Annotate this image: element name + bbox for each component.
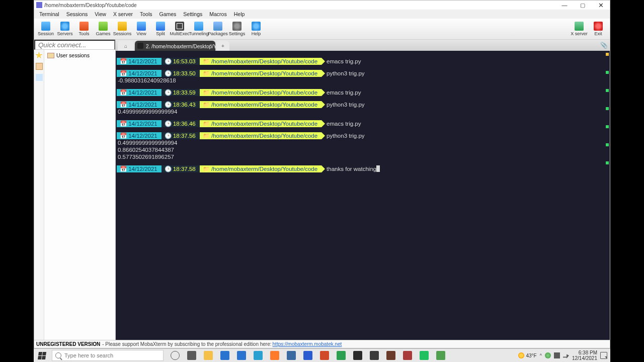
tools-tab-icon[interactable] xyxy=(36,74,43,81)
cortana-icon[interactable] xyxy=(167,349,183,363)
split-button[interactable]: Split xyxy=(151,21,170,37)
volume-icon[interactable] xyxy=(563,352,569,358)
settings-icon xyxy=(232,22,242,31)
folder-icon xyxy=(47,53,54,58)
multiexec-icon xyxy=(175,22,184,31)
cursor xyxy=(376,165,380,172)
menu-macros[interactable]: Macros xyxy=(206,11,229,18)
settings-button[interactable]: Settings xyxy=(227,21,247,37)
app-icon-1[interactable] xyxy=(283,349,299,363)
tunneling-button[interactable]: Tunneling xyxy=(189,21,208,37)
weather-temp: 43°F xyxy=(526,353,536,358)
taskbar-apps xyxy=(167,349,449,363)
powerpoint-icon[interactable] xyxy=(316,349,333,363)
prompt-line: 📅 14/12/2021🕒 18:37.56📁 /home/mobaxterm/… xyxy=(117,132,609,139)
search-icon xyxy=(55,352,61,358)
games-button[interactable]: Games xyxy=(94,21,113,37)
network-icon[interactable] xyxy=(554,352,560,358)
terminal-tab[interactable]: 2. /home/mobaxterm/Desktop/Yo… × xyxy=(135,41,215,51)
sessions-tab-icon[interactable] xyxy=(36,63,43,70)
tab-bar: ⌂ 2. /home/mobaxterm/Desktop/Yo… × + 📎 xyxy=(116,40,610,51)
terminal-tab-icon xyxy=(137,43,143,49)
taskbar-search[interactable]: Type here to search xyxy=(52,350,164,361)
tools-button[interactable]: Tools xyxy=(74,21,94,37)
minimize-button[interactable]: — xyxy=(555,1,574,10)
packages-button[interactable]: Packages xyxy=(208,21,227,37)
session-button[interactable]: Session xyxy=(36,21,55,37)
home-icon: ⌂ xyxy=(124,43,127,49)
titlebar[interactable]: /home/mobaxterm/Desktop/Youtube/code — ▢… xyxy=(34,1,610,10)
prompt-line: 📅 14/12/2021🕒 18:36.46📁 /home/mobaxterm/… xyxy=(117,120,609,127)
mail-icon[interactable] xyxy=(233,349,250,363)
close-button[interactable]: ✕ xyxy=(592,1,610,10)
exit-button[interactable]: Exit xyxy=(589,21,608,37)
taskbar-clock[interactable]: 6:38 PM 12/14/2021 xyxy=(572,350,597,361)
new-tab-button[interactable]: + xyxy=(216,41,229,51)
word-icon[interactable] xyxy=(299,349,316,363)
tray-overflow-icon[interactable]: ^ xyxy=(540,353,542,358)
store-icon[interactable] xyxy=(216,349,233,363)
quick-connect-input[interactable] xyxy=(34,40,115,50)
home-tab[interactable]: ⌂ xyxy=(118,41,134,51)
maximize-button[interactable]: ▢ xyxy=(574,1,592,10)
status-text: - Please support MobaXterm by subscribin… xyxy=(102,341,271,347)
command-text: emacs trig.py xyxy=(327,58,361,65)
status-badge: UNREGISTERED VERSION xyxy=(36,341,100,347)
onedrive-icon[interactable] xyxy=(545,352,551,358)
plus-icon: + xyxy=(221,43,224,49)
session-icon xyxy=(41,22,50,31)
sidebar: User sessions xyxy=(34,40,116,340)
menu-x-server[interactable]: X server xyxy=(110,11,136,18)
windows-taskbar: Type here to search 43°F ^ 6:38 PM 12/14… xyxy=(34,348,610,362)
menu-sessions[interactable]: Sessions xyxy=(63,11,91,18)
command-text: python3 trig.py xyxy=(327,70,364,77)
mobaxterm-icon[interactable] xyxy=(366,349,382,363)
help-button[interactable]: Help xyxy=(247,21,266,37)
dark-app-icon[interactable] xyxy=(349,349,366,363)
game-icon[interactable] xyxy=(382,349,399,363)
view-button[interactable]: View xyxy=(132,21,151,37)
paperclip-icon[interactable]: 📎 xyxy=(600,42,608,49)
prompt-line: 📅 14/12/2021🕒 18:37.58📁 /home/mobaxterm/… xyxy=(117,165,609,172)
tools-icon xyxy=(79,22,89,31)
status-link[interactable]: https://mobaxterm.mobatek.net xyxy=(273,341,342,347)
clock-date: 12/14/2021 xyxy=(572,355,597,361)
user-sessions-node[interactable]: User sessions xyxy=(46,52,113,59)
search-placeholder: Type here to search xyxy=(64,352,113,358)
status-bar: UNREGISTERED VERSION - Please support Mo… xyxy=(34,340,610,348)
menu-view[interactable]: View xyxy=(92,11,109,18)
tab-close-icon[interactable]: × xyxy=(208,43,213,48)
terminal[interactable]: 📅 14/12/2021🕒 16:53.03📁 /home/mobaxterm/… xyxy=(116,51,610,340)
file-explorer-icon[interactable] xyxy=(200,349,216,363)
excel-icon[interactable] xyxy=(333,349,349,363)
multiexec-button[interactable]: MultiExec xyxy=(170,21,189,37)
prompt-line: 📅 14/12/2021🕒 18:36.43📁 /home/mobaxterm/… xyxy=(117,101,609,108)
firefox-icon[interactable] xyxy=(266,349,283,363)
pycharm-icon[interactable] xyxy=(416,349,432,363)
output-line: 0.8660254037844387 xyxy=(117,146,609,153)
window-title: /home/mobaxterm/Desktop/Youtube/code xyxy=(44,3,555,8)
menu-games[interactable]: Games xyxy=(156,11,179,18)
sessions-button[interactable]: Sessions xyxy=(113,21,132,37)
menubar: TerminalSessionsViewX serverToolsGamesSe… xyxy=(34,10,610,19)
weather-widget[interactable]: 43°F xyxy=(518,352,536,358)
xserver-button[interactable]: X server xyxy=(570,21,589,37)
output-line: -0.9880316240928618 xyxy=(117,77,609,84)
favorites-tab-icon[interactable] xyxy=(36,52,43,59)
command-text: python3 trig.py xyxy=(327,101,364,108)
edge-icon[interactable] xyxy=(250,349,266,363)
start-button[interactable] xyxy=(34,349,50,363)
servers-button[interactable]: Servers xyxy=(55,21,74,37)
menu-help[interactable]: Help xyxy=(231,11,248,18)
menu-terminal[interactable]: Terminal xyxy=(36,11,62,18)
output-line: 0.5773502691896257 xyxy=(117,153,609,160)
exit-icon xyxy=(594,22,603,31)
sidebar-tabs xyxy=(34,50,44,340)
notifications-icon[interactable] xyxy=(600,352,607,359)
app-icon-3[interactable] xyxy=(432,349,449,363)
app-icon-2[interactable] xyxy=(399,349,416,363)
menu-tools[interactable]: Tools xyxy=(137,11,155,18)
taskview-icon[interactable] xyxy=(183,349,200,363)
output-line: 0.49999999999999994 xyxy=(117,108,609,115)
menu-settings[interactable]: Settings xyxy=(180,11,205,18)
